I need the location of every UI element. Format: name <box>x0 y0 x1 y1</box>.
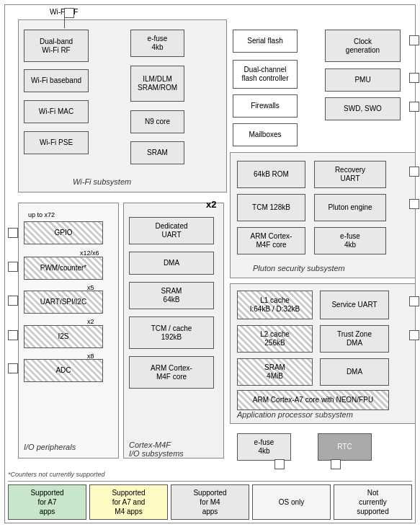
clock-gen-block: Clockgeneration <box>325 30 401 62</box>
connector-left-5 <box>8 363 18 373</box>
cortex-m4f-label: Cortex-M4FI/O subsystems <box>129 440 184 458</box>
connector-right-6 <box>409 296 419 306</box>
legend-a7-item: Supportedfor A7apps <box>8 484 86 520</box>
pwm-counter-block: PWM/counter* <box>24 257 103 280</box>
x12-x6-label: x12/x6 <box>80 249 99 257</box>
tcm-cache-block: TCM / cache192kB <box>129 316 214 349</box>
arm-m4f-pluton-block: ARM Cortex-M4F core <box>237 227 305 254</box>
pmu-block: PMU <box>325 68 401 92</box>
wifi-pse-block: Wi-Fi PSE <box>24 131 89 154</box>
connector-top-1 <box>64 8 74 18</box>
efuse-top-block: e-fuse4kb <box>130 30 184 57</box>
ilm-dlm-block: ILM/DLMSRAM/ROM <box>130 66 184 102</box>
diagram-area: Wi-Fi RF Wi-Fi subsystem Dual-bandWi-Fi … <box>4 4 416 523</box>
trustzone-dma-block: Trust ZoneDMA <box>320 325 389 353</box>
dual-band-wifi-block: Dual-bandWi-Fi RF <box>24 30 89 62</box>
connector-right-3 <box>409 102 419 112</box>
efuse-bottom-block: e-fuse4kb <box>237 433 291 461</box>
connector-left-3 <box>8 296 18 306</box>
recovery-uart-block: RecoveryUART <box>314 161 386 188</box>
pluton-subsystem-label: Pluton security subsystem <box>253 264 345 273</box>
pluton-engine-block: Pluton engine <box>314 194 386 221</box>
legend-a7m4-item: Supportedfor A7 andM4 apps <box>89 484 168 520</box>
connector-bottom-2 <box>331 459 341 469</box>
app-subsystem-label: Application processor subsystem <box>237 410 353 419</box>
wifi-mac-block: Wi-Fi MAC <box>24 100 89 123</box>
legend-m4-item: Supportedfor M4apps <box>171 484 249 520</box>
gpio-block: GPIO <box>24 221 103 244</box>
swd-swo-block: SWD, SWO <box>325 97 401 120</box>
tcm-128-block: TCM 128kB <box>237 194 305 221</box>
connector-right-5 <box>409 199 419 209</box>
connector-right-7 <box>409 330 419 340</box>
legend: Supportedfor A7apps Supportedfor A7 andM… <box>8 481 412 520</box>
i2s-block: I2S <box>24 325 103 348</box>
dma-app-block: DMA <box>320 358 389 386</box>
wifi-baseband-block: Wi-Fi baseband <box>24 69 89 92</box>
io-subsystem-label: I/O peripherals <box>24 443 76 451</box>
x2-main-label: x2 <box>206 199 216 210</box>
mailboxes-block: Mailboxes <box>233 123 298 146</box>
connector-left-4 <box>8 330 18 340</box>
dma-cortex-block: DMA <box>129 252 214 275</box>
connector-left-1 <box>8 228 18 238</box>
up-to-x72-label: up to x72 <box>28 211 55 218</box>
serial-flash-block: Serial flash <box>233 30 298 53</box>
service-uart-block: Service UART <box>320 291 389 319</box>
connector-right-1 <box>409 35 419 45</box>
sram-64-block: SRAM64kB <box>129 282 214 309</box>
dual-channel-block: Dual-channelflash controller <box>233 60 298 89</box>
sram-4mib-block: SRAM4MiB <box>237 358 313 386</box>
legend-not-item: Notcurrentlysupported <box>334 484 412 520</box>
connector-right-4 <box>409 167 419 177</box>
uart-spi-i2c-block: UART/SPI/I2C <box>24 291 103 314</box>
firewalls-block: Firewalls <box>233 94 298 118</box>
dedicated-uart-block: DedicatedUART <box>129 217 214 244</box>
efuse-pluton-block: e-fuse4kb <box>314 227 386 254</box>
arm-m4f-io-block: ARM Cortex-M4F core <box>129 356 214 389</box>
rom-64-block: 64kB ROM <box>237 161 305 188</box>
note-text: *Counters not currently supported <box>8 471 412 478</box>
x2-io-label: x2 <box>87 318 94 325</box>
n9-core-block: N9 core <box>130 110 184 133</box>
legend-os-item: OS only <box>252 484 331 520</box>
l1-cache-block: L1 cacheI:64kB / D:32kB <box>237 291 313 319</box>
main-container: Wi-Fi RF Wi-Fi subsystem Dual-bandWi-Fi … <box>0 0 420 527</box>
connector-right-2 <box>409 73 419 83</box>
connector-left-2 <box>8 262 18 272</box>
rtc-block: RTC <box>318 433 372 461</box>
connector-bottom-1 <box>274 459 285 469</box>
arm-a7-block: ARM Cortex-A7 core with NEON/FPU <box>237 390 389 410</box>
adc-block: ADC <box>24 359 103 382</box>
sram-wifi-block: SRAM <box>130 141 184 164</box>
l2-cache-block: L2 cache256kB <box>237 325 313 353</box>
wifi-subsystem-label: Wi-Fi subsystem <box>73 177 131 186</box>
diagram-inner: Wi-Fi RF Wi-Fi subsystem Dual-bandWi-Fi … <box>8 8 419 469</box>
